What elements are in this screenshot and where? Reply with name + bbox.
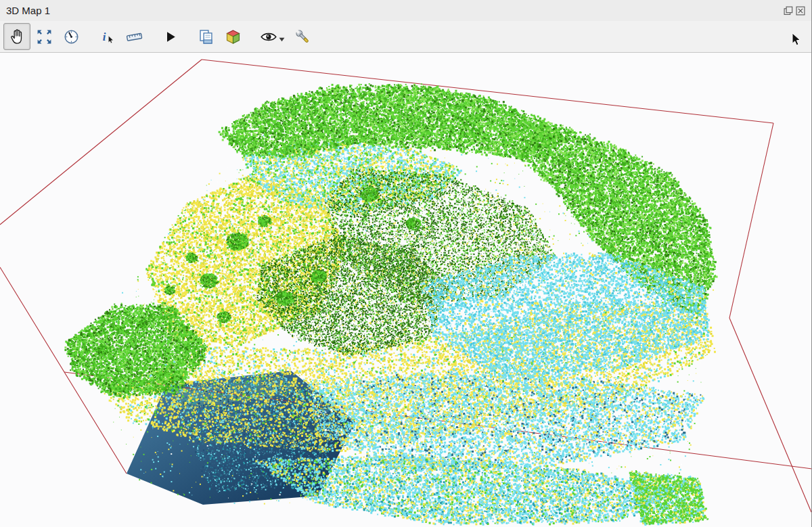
scene-canvas[interactable] bbox=[0, 53, 811, 526]
settings-button[interactable] bbox=[289, 23, 316, 50]
close-icon bbox=[796, 6, 805, 16]
hand-icon bbox=[8, 28, 26, 46]
compass-icon bbox=[62, 28, 81, 46]
chevron-down-icon bbox=[279, 37, 285, 43]
zoom-full-icon bbox=[35, 28, 53, 46]
cube-icon bbox=[224, 28, 242, 46]
toolbar-group-navigation bbox=[3, 23, 85, 50]
toolbar-group-inspect: i bbox=[93, 23, 148, 50]
effects-button[interactable] bbox=[219, 23, 246, 50]
play-icon bbox=[161, 28, 179, 46]
eye-icon bbox=[259, 28, 278, 46]
toolbar-group-animation bbox=[156, 23, 183, 50]
titlebar: 3D Map 1 bbox=[0, 0, 811, 21]
camera-rotation-button[interactable] bbox=[58, 23, 85, 50]
map-viewport-3d bbox=[0, 53, 811, 527]
close-button[interactable] bbox=[796, 6, 805, 16]
identify-button[interactable]: i bbox=[93, 23, 120, 50]
identify-icon: i bbox=[98, 28, 116, 46]
map-window: 3D Map 1 bbox=[0, 0, 812, 527]
undock-button[interactable] bbox=[784, 6, 793, 16]
zoom-full-button[interactable] bbox=[30, 23, 58, 50]
window-title: 3D Map 1 bbox=[6, 5, 50, 16]
svg-text:i: i bbox=[102, 30, 106, 43]
window-controls bbox=[784, 6, 805, 16]
export-scene-button[interactable] bbox=[192, 23, 219, 50]
undock-icon bbox=[784, 6, 793, 16]
play-animation-button[interactable] bbox=[156, 23, 183, 50]
pages-icon bbox=[197, 28, 215, 46]
ruler-icon bbox=[125, 28, 143, 46]
toolbar-3d-map: i bbox=[0, 21, 811, 53]
toolbar-group-options bbox=[255, 23, 316, 50]
wrench-icon bbox=[294, 28, 312, 46]
pan-tool-button[interactable] bbox=[3, 23, 30, 50]
toolbar-group-export bbox=[192, 23, 246, 50]
visibility-options-button[interactable] bbox=[255, 23, 289, 50]
measure-line-button[interactable] bbox=[120, 23, 148, 50]
